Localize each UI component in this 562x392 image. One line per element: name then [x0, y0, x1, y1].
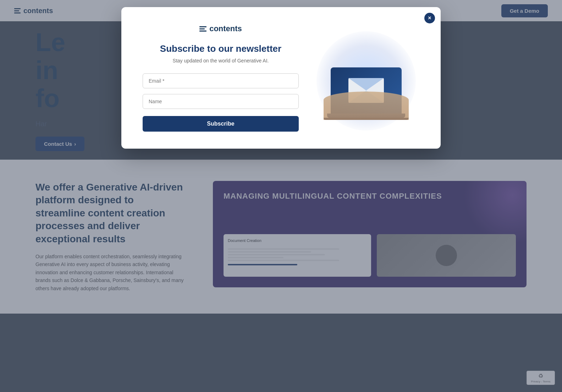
modal-close-button[interactable]: × — [424, 13, 435, 23]
close-icon: × — [428, 15, 431, 21]
modal-title: Subscribe to our newsletter — [160, 43, 281, 54]
email-input[interactable] — [143, 73, 299, 88]
modal-brand-name: contents — [209, 24, 242, 33]
modal-logo-icon — [199, 26, 206, 32]
modal-form-area: contents Subscribe to our newsletter Sta… — [143, 24, 299, 132]
subscribe-button[interactable]: Subscribe — [143, 116, 299, 132]
email-illustration — [316, 31, 416, 131]
modal-illustration — [313, 24, 419, 131]
name-input[interactable] — [143, 94, 299, 109]
hands-illustration — [324, 92, 409, 120]
modal-subtitle: Stay updated on the world of Generative … — [173, 58, 269, 64]
newsletter-modal: × contents Subscribe to our newsletter S… — [121, 7, 441, 149]
modal-overlay: × contents Subscribe to our newsletter S… — [0, 0, 562, 392]
modal-logo: contents — [199, 24, 242, 33]
